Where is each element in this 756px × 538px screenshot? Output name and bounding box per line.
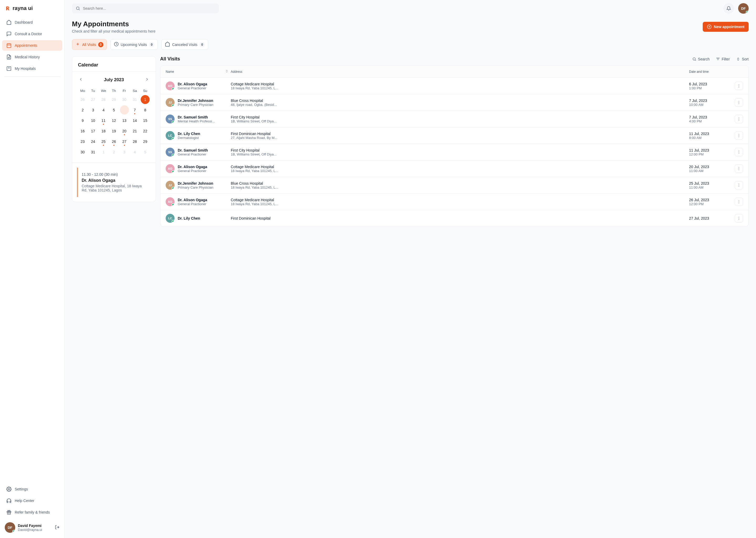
online-dot: [172, 154, 174, 157]
visits-sort-button[interactable]: Sort: [736, 57, 749, 61]
tab-label: Canceled Visits: [172, 42, 197, 47]
calendar-day[interactable]: 26: [77, 94, 88, 105]
sidebar-item-refer-family-friends[interactable]: Refer family & friends: [2, 507, 62, 517]
calendar-day[interactable]: 18: [98, 126, 109, 136]
calendar-day[interactable]: 25: [98, 136, 109, 147]
calendar-day[interactable]: 5: [109, 105, 119, 115]
calendar-day[interactable]: 28: [98, 94, 109, 105]
doctor-avatar: JJ: [165, 181, 174, 190]
calendar-day[interactable]: 26: [109, 136, 119, 147]
calendar-next[interactable]: [144, 76, 150, 83]
calendar-day[interactable]: 10: [88, 115, 98, 126]
row-actions-button[interactable]: [735, 164, 743, 173]
brand-logo: rayna ui: [2, 5, 62, 17]
user-email: David@rayna.ui: [18, 528, 42, 532]
calendar-day[interactable]: 22: [140, 126, 150, 136]
visits-search-button[interactable]: Search: [692, 57, 710, 61]
calendar-day[interactable]: 3: [119, 147, 130, 157]
table-row[interactable]: JJDr.Jennifer JohnsonPrimary Care Physic…: [161, 177, 748, 193]
calendar-day[interactable]: 21: [130, 126, 140, 136]
sidebar-item-settings[interactable]: Settings: [2, 484, 62, 494]
calendar-day[interactable]: 28: [130, 136, 140, 147]
calendar-day[interactable]: 3: [88, 105, 98, 115]
tab-count: 0: [200, 42, 205, 47]
sidebar-item-my-hospitals[interactable]: My Hospitals: [2, 63, 62, 74]
calendar-day[interactable]: 4: [130, 147, 140, 157]
table-row[interactable]: AODr. Alison OgagaGeneral PractionerCott…: [161, 78, 748, 94]
table-row[interactable]: LCDr. Lily ChenFirst Dominican Hospital2…: [161, 210, 748, 227]
row-actions-button[interactable]: [735, 214, 743, 223]
user-avatar[interactable]: DF: [5, 522, 15, 533]
calendar-day[interactable]: 5: [140, 147, 150, 157]
calendar-day[interactable]: 24: [88, 136, 98, 147]
gear-icon: [6, 487, 12, 492]
calendar-prev[interactable]: [77, 76, 84, 83]
nav-label: Consult a Doctor: [15, 32, 42, 36]
row-actions-button[interactable]: [735, 98, 743, 107]
top-avatar[interactable]: DF: [738, 3, 749, 14]
table-row[interactable]: SSDr. Samuel SmithGeneral PractionerFirs…: [161, 144, 748, 160]
table-row[interactable]: AODr. Alison OgagaGeneral PractionerCott…: [161, 160, 748, 177]
notifications-button[interactable]: [724, 3, 734, 14]
table-row[interactable]: JJDr.Jennifer JohnsonPrimary Care Physic…: [161, 94, 748, 111]
calendar-day[interactable]: 1: [140, 94, 150, 105]
calendar-day[interactable]: 13: [119, 115, 130, 126]
calendar-day[interactable]: 6: [119, 105, 130, 115]
calendar-day[interactable]: 7: [130, 105, 140, 115]
row-actions-button[interactable]: [735, 148, 743, 156]
row-actions-button[interactable]: [735, 131, 743, 140]
calendar-day[interactable]: 31: [130, 94, 140, 105]
calendar-day[interactable]: 20: [119, 126, 130, 136]
row-actions-button[interactable]: [735, 115, 743, 123]
table-row[interactable]: LCDr. Lily ChenDermatologistFirst Domini…: [161, 127, 748, 144]
sidebar-item-appointments[interactable]: Appointments: [2, 40, 62, 51]
calendar-day[interactable]: 29: [140, 136, 150, 147]
sidebar-item-dashboard[interactable]: Dashboard: [2, 17, 62, 27]
hospital-address: 48, Ijaiye road, Ogba, (Besid...: [231, 103, 283, 107]
svg-point-28: [739, 186, 739, 187]
document-icon: [6, 54, 12, 60]
calendar-day[interactable]: 4: [98, 105, 109, 115]
calendar-day[interactable]: 23: [77, 136, 88, 147]
calendar-day[interactable]: 30: [119, 94, 130, 105]
search-input[interactable]: [83, 6, 215, 11]
tab-all-visits[interactable]: All Visits0: [72, 39, 107, 50]
table-row[interactable]: AODr. Alison OgagaGeneral PractionerCott…: [161, 193, 748, 210]
visits-filter-button[interactable]: Filter: [716, 57, 730, 61]
row-actions-button[interactable]: [735, 82, 743, 90]
calendar-day[interactable]: 2: [109, 147, 119, 157]
calendar-day[interactable]: 16: [77, 126, 88, 136]
sidebar-item-consult-a-doctor[interactable]: Consult a Doctor: [2, 28, 62, 39]
calendar-day[interactable]: 8: [140, 105, 150, 115]
row-actions-button[interactable]: [735, 181, 743, 189]
calendar-day[interactable]: 29: [109, 94, 119, 105]
tab-count: 0: [98, 42, 103, 47]
calendar-day[interactable]: 1: [98, 147, 109, 157]
calendar-day[interactable]: 19: [109, 126, 119, 136]
calendar-day[interactable]: 14: [130, 115, 140, 126]
tab-upcoming-visits[interactable]: Upcoming Visits0: [111, 39, 158, 50]
calendar-day[interactable]: 27: [119, 136, 130, 147]
calendar-day[interactable]: 2: [77, 105, 88, 115]
sidebar-item-medical-history[interactable]: Medical History: [2, 52, 62, 62]
calendar-day[interactable]: 12: [109, 115, 119, 126]
svg-point-8: [739, 84, 739, 85]
plus-medical-icon: [75, 42, 80, 47]
calendar-day[interactable]: 11: [98, 115, 109, 126]
calendar-day[interactable]: 15: [140, 115, 150, 126]
calendar-day[interactable]: 27: [88, 94, 98, 105]
chevron-right-icon: [145, 77, 149, 82]
calendar-day[interactable]: 9: [77, 115, 88, 126]
sort-column-icon[interactable]: [225, 69, 229, 74]
new-appointment-button[interactable]: New appointment: [703, 22, 749, 32]
doctor-role: General Practioner: [178, 169, 207, 173]
calendar-day[interactable]: 30: [77, 147, 88, 157]
search-input-wrapper[interactable]: [72, 3, 219, 13]
calendar-day[interactable]: 17: [88, 126, 98, 136]
table-row[interactable]: SSDr. Samuel SmithMental Health Professi…: [161, 111, 748, 127]
tab-canceled-visits[interactable]: Canceled Visits0: [162, 39, 208, 50]
calendar-day[interactable]: 31: [88, 147, 98, 157]
sidebar-item-help-center[interactable]: Help Center: [2, 496, 62, 506]
row-actions-button[interactable]: [735, 197, 743, 206]
logout-icon[interactable]: [55, 525, 60, 530]
